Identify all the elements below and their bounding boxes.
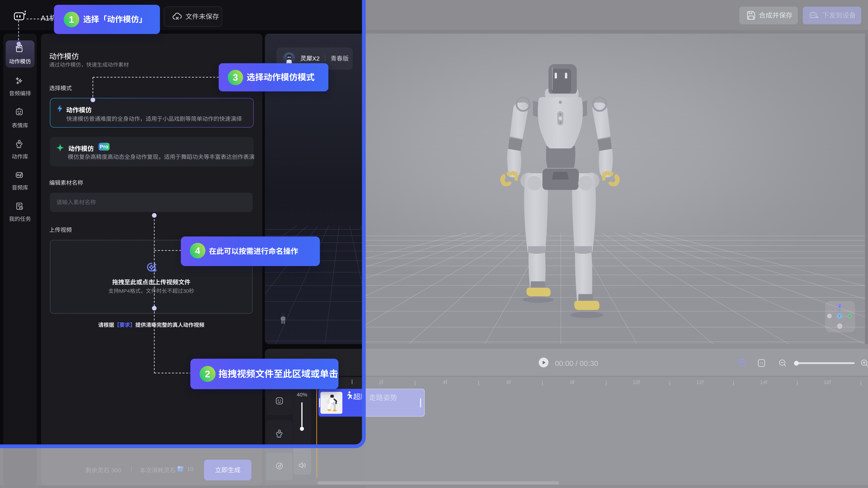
svg-text:Y: Y: [838, 314, 841, 318]
svg-text:X: X: [849, 315, 851, 318]
svg-text:Z: Z: [839, 304, 841, 308]
